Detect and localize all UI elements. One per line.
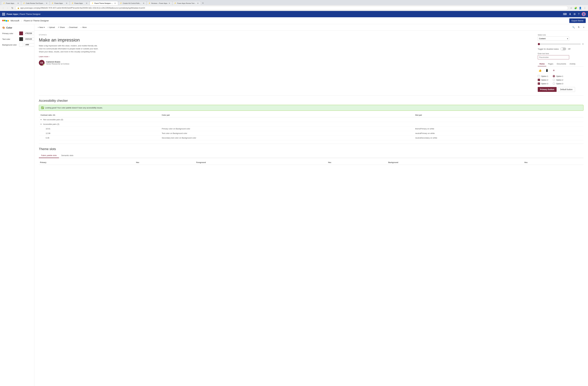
asterisk-icon[interactable]: ✳ bbox=[551, 68, 556, 73]
slot-pair-3: neutralSecondary on white bbox=[414, 136, 584, 140]
tab-semantic-slots[interactable]: Semantic slots bbox=[59, 153, 76, 158]
tab-2[interactable]: ⚡ Code Review Tool Experim... ✕ bbox=[21, 1, 50, 5]
tab-7[interactable]: ⚡ Reviews – Power Apps ✕ bbox=[147, 1, 172, 5]
tab-fabric-slots[interactable]: Fabric palette slots bbox=[39, 153, 59, 158]
waffle-icon[interactable] bbox=[2, 13, 5, 16]
text-color-swatch[interactable] bbox=[19, 37, 23, 41]
range-slider[interactable] bbox=[538, 43, 581, 45]
tab-pages[interactable]: Pages bbox=[546, 62, 555, 66]
slider-wrapper: 0 bbox=[538, 43, 584, 45]
tab-documents[interactable]: Documents bbox=[555, 62, 568, 66]
col-foreground: Foreground bbox=[195, 160, 327, 165]
tab-8-title: Power Apps Review Tool ... bbox=[177, 2, 196, 4]
download-icon[interactable]: ⬇ bbox=[569, 13, 571, 16]
user-avatar-icon[interactable]: 👤 bbox=[582, 12, 586, 16]
tab-favicon: ⚡ bbox=[3, 2, 5, 4]
color-pair-1: Primary color on Background color bbox=[160, 127, 414, 131]
tab-6-close[interactable]: ✕ bbox=[143, 2, 145, 4]
tab-favicon: ⚡ bbox=[52, 2, 54, 4]
reload-button[interactable]: ↻ bbox=[10, 6, 14, 10]
select-one-dropdown[interactable]: Content Option 2 bbox=[538, 37, 569, 41]
default-button[interactable]: Default button bbox=[558, 87, 575, 92]
toggle-switch[interactable] bbox=[560, 47, 566, 50]
tab-8-close[interactable]: ✕ bbox=[197, 2, 199, 4]
icon-row: 👍 📱 ✳ bbox=[538, 68, 584, 73]
divider-2 bbox=[39, 144, 584, 144]
col-header-color-pair: Color pair bbox=[160, 113, 414, 117]
tab-activity[interactable]: Activity bbox=[568, 62, 577, 66]
background-color-input[interactable] bbox=[24, 43, 34, 46]
tab-4-close[interactable]: ✕ bbox=[85, 2, 88, 4]
bookmark-icon[interactable]: ☆ bbox=[569, 6, 573, 10]
extensions-icon[interactable]: 🧩 bbox=[574, 6, 578, 10]
tab-home[interactable]: Home bbox=[538, 62, 546, 66]
search-icon[interactable]: 🔍 bbox=[571, 25, 575, 29]
text-color-input[interactable] bbox=[24, 38, 34, 41]
color-pair-3: Secondary text color on Background color bbox=[160, 136, 414, 140]
more-button[interactable]: ··· More bbox=[79, 25, 88, 29]
accessible-row-expand[interactable]: ▾ Accessible pairs (3) bbox=[39, 122, 584, 127]
chevron-down-icon: ▾ bbox=[41, 118, 42, 121]
help-icon[interactable]: ? bbox=[578, 13, 579, 16]
primary-color-input[interactable] bbox=[24, 32, 34, 35]
tab-1-close[interactable]: ✕ bbox=[17, 2, 19, 4]
tab-1[interactable]: ⚡ Power Apps ✕ bbox=[1, 1, 21, 5]
slider-value: 0 bbox=[582, 43, 584, 45]
tab-5-close[interactable]: ✕ bbox=[114, 2, 116, 4]
radio-3[interactable] bbox=[553, 82, 555, 85]
tab-8[interactable]: ⚡ Power Apps Review Tool ... ✕ bbox=[172, 1, 201, 5]
accessibility-table: Contrast ratio: AA Color pair Slot pair … bbox=[39, 113, 584, 140]
tab-5-active[interactable]: ⚡ Fluent Theme Designer -... ✕ bbox=[90, 1, 118, 5]
new-button[interactable]: + New ▾ bbox=[37, 25, 46, 29]
share-button[interactable]: ↗ Share bbox=[57, 25, 66, 29]
menu-icon[interactable]: ⋮ bbox=[583, 6, 587, 10]
background-color-swatch[interactable] bbox=[19, 43, 23, 47]
learn-more-link[interactable]: Learn more › bbox=[39, 56, 533, 58]
color-pair-2: Text color on Background color bbox=[160, 131, 414, 136]
back-button[interactable]: ‹ bbox=[1, 6, 5, 10]
tab-4[interactable]: ⚡ Power Apps ✕ bbox=[70, 1, 90, 5]
accessible-item-1: 10.01 Primary color on Background color … bbox=[39, 127, 584, 131]
forward-button[interactable]: › bbox=[6, 6, 10, 10]
checkbox-col: Option 1 ✓ Option 2 ✓ Option 3 bbox=[538, 75, 548, 85]
url-bar[interactable]: 🔒 apps.powerapps.com/play/2f6b0e93-7676-… bbox=[15, 6, 568, 10]
checkbox-1[interactable] bbox=[538, 75, 540, 77]
tab-favicon: ⚡ bbox=[23, 2, 25, 4]
settings-icon[interactable]: ⚙ bbox=[573, 13, 576, 16]
tab-3-close[interactable]: ✕ bbox=[65, 2, 68, 4]
upload-button[interactable]: ↑ Upload bbox=[46, 25, 56, 29]
mobile-icon[interactable]: 📱 bbox=[545, 68, 549, 73]
primary-color-swatch[interactable] bbox=[19, 31, 23, 35]
person-role: Senior Researcher at Contoso bbox=[46, 63, 69, 65]
profile-icon[interactable]: 👤 bbox=[578, 6, 582, 10]
tab-2-close[interactable]: ✕ bbox=[45, 2, 48, 4]
address-bar: ‹ › ↻ 🔒 apps.powerapps.com/play/2f6b0e93… bbox=[0, 5, 588, 11]
checkbox-2[interactable]: ✓ bbox=[538, 79, 540, 81]
radio-2-label: Option 2 bbox=[556, 79, 563, 81]
select-wrapper: Select one Content Option 2 ▾ bbox=[538, 34, 584, 41]
text-input-field[interactable] bbox=[538, 55, 569, 59]
checkbox-3[interactable]: ✓ bbox=[538, 82, 540, 85]
checkbox-1-label: Option 1 bbox=[541, 75, 548, 77]
option-radio-2: Option 2 bbox=[553, 79, 563, 81]
radio-3-label: Option 3 bbox=[556, 83, 563, 85]
layout-icon[interactable]: ≡ bbox=[582, 25, 586, 29]
radio-2[interactable] bbox=[553, 79, 555, 81]
tab-3[interactable]: ⚡ Power Apps ✕ bbox=[50, 1, 70, 5]
radio-1[interactable] bbox=[553, 75, 555, 77]
filter-icon[interactable]: ⚗ bbox=[577, 25, 581, 29]
thumbs-up-icon[interactable]: 👍 bbox=[538, 68, 542, 73]
hero-title: Make an impression bbox=[39, 37, 533, 43]
tab-7-close[interactable]: ✕ bbox=[168, 2, 170, 4]
app-bar-left: Power Apps | Fluent Theme Designer bbox=[2, 13, 41, 16]
export-theme-button[interactable]: Export theme bbox=[569, 19, 586, 23]
primary-button[interactable]: Primary button bbox=[538, 87, 557, 92]
accessible-item-3: 6.46 Secondary text color on Background … bbox=[39, 136, 584, 140]
tab-6[interactable]: ⚡ Creator Kit Control Refere... ✕ bbox=[118, 1, 147, 5]
lock-icon: 🔒 bbox=[17, 7, 20, 9]
non-accessible-row[interactable]: ▾ Non accessible pairs (0) bbox=[39, 117, 584, 122]
new-tab-button[interactable]: + bbox=[201, 1, 205, 5]
keyboard-icon[interactable]: ⌨ bbox=[563, 13, 567, 16]
color-palette-icon: 🎨 bbox=[2, 26, 5, 29]
download-button[interactable]: ↓ Download bbox=[66, 25, 79, 29]
